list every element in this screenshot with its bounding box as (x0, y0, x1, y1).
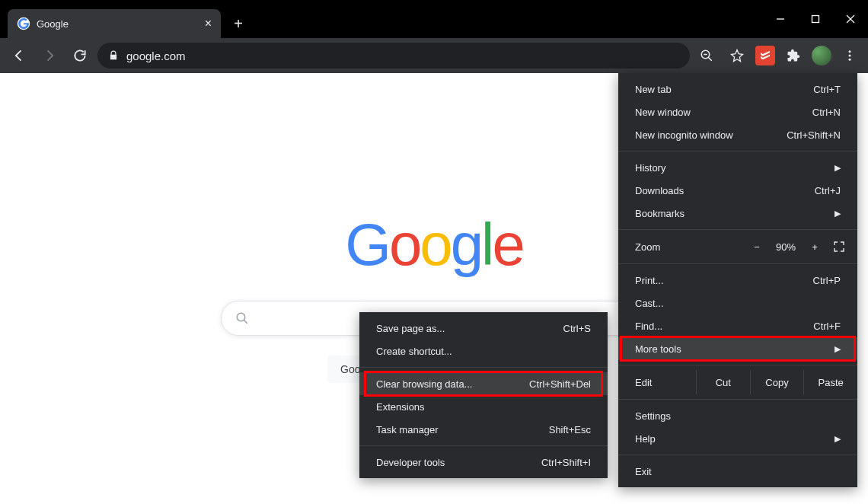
menu-find[interactable]: Find... Ctrl+F (618, 314, 857, 337)
svg-point-10 (849, 59, 851, 61)
bookmark-star-icon[interactable] (725, 43, 749, 68)
menu-cast[interactable]: Cast... (618, 292, 857, 314)
edit-copy-button[interactable]: Copy (750, 370, 804, 394)
tab-title: Google (37, 18, 69, 30)
menu-separator (618, 399, 857, 400)
menu-create-shortcut[interactable]: Create shortcut... (359, 340, 608, 362)
search-icon (235, 311, 249, 325)
svg-rect-2 (812, 16, 819, 23)
chrome-main-menu: New tab Ctrl+T New window Ctrl+N New inc… (618, 73, 857, 487)
forward-button[interactable] (37, 43, 62, 69)
menu-more-tools[interactable]: More tools ▶ (618, 337, 857, 360)
more-tools-submenu: Save page as... Ctrl+S Create shortcut..… (359, 312, 608, 478)
maximize-button[interactable] (798, 0, 833, 38)
title-bar: Google × + (0, 0, 868, 38)
zoom-in-button[interactable]: + (803, 241, 827, 253)
menu-developer-tools[interactable]: Developer tools Ctrl+Shift+I (359, 451, 608, 474)
menu-separator (618, 263, 857, 264)
back-button[interactable] (6, 43, 32, 69)
extensions-puzzle-icon[interactable] (781, 43, 806, 68)
menu-zoom-row: Zoom − 90% + (618, 234, 857, 259)
menu-bookmarks[interactable]: Bookmarks ▶ (618, 202, 857, 225)
address-bar[interactable]: google.com (97, 43, 690, 69)
chevron-right-icon: ▶ (834, 163, 841, 173)
close-window-button[interactable] (833, 0, 868, 38)
svg-point-8 (849, 50, 851, 53)
new-tab-button[interactable]: + (227, 12, 250, 35)
svg-line-6 (708, 57, 712, 61)
google-logo: G o o g l e (345, 210, 523, 279)
menu-exit[interactable]: Exit (618, 460, 857, 483)
tab-close-icon[interactable]: × (205, 17, 212, 30)
todoist-extension-icon[interactable] (755, 46, 775, 65)
menu-downloads[interactable]: Downloads Ctrl+J (618, 179, 857, 202)
menu-settings[interactable]: Settings (618, 404, 857, 427)
menu-save-page-as[interactable]: Save page as... Ctrl+S (359, 317, 608, 340)
zoom-indicator-icon[interactable] (694, 43, 719, 68)
menu-clear-browsing-data[interactable]: Clear browsing data... Ctrl+Shift+Del (359, 372, 608, 395)
zoom-out-button[interactable]: − (745, 241, 769, 253)
menu-separator (618, 455, 857, 455)
svg-point-11 (237, 313, 245, 321)
google-favicon (17, 17, 30, 30)
menu-print[interactable]: Print... Ctrl+P (618, 269, 857, 292)
menu-history[interactable]: History ▶ (618, 156, 857, 179)
minimize-button[interactable] (763, 0, 798, 38)
chevron-right-icon: ▶ (834, 344, 841, 354)
menu-help[interactable]: Help ▶ (618, 427, 857, 450)
menu-extensions[interactable]: Extensions (359, 395, 608, 418)
profile-avatar[interactable] (812, 46, 831, 65)
menu-new-incognito[interactable]: New incognito window Ctrl+Shift+N (618, 123, 857, 146)
zoom-value: 90% (769, 241, 803, 253)
menu-separator (618, 151, 857, 152)
menu-separator (618, 365, 857, 365)
edit-cut-button[interactable]: Cut (696, 370, 750, 394)
url-text: google.com (126, 49, 186, 62)
fullscreen-icon[interactable] (833, 241, 845, 253)
svg-line-12 (244, 320, 247, 324)
menu-separator (359, 445, 608, 446)
chevron-right-icon: ▶ (834, 209, 841, 219)
menu-separator (359, 367, 608, 368)
menu-separator (618, 229, 857, 230)
browser-tab[interactable]: Google × (8, 9, 221, 38)
menu-new-tab[interactable]: New tab Ctrl+T (618, 78, 857, 100)
menu-edit-row: Edit Cut Copy Paste (618, 370, 857, 394)
reload-button[interactable] (67, 43, 93, 69)
menu-dots-icon[interactable] (838, 43, 862, 68)
chevron-right-icon: ▶ (834, 434, 841, 444)
browser-toolbar: google.com (0, 38, 868, 73)
lock-icon (108, 50, 119, 61)
menu-task-manager[interactable]: Task manager Shift+Esc (359, 418, 608, 441)
menu-new-window[interactable]: New window Ctrl+N (618, 100, 857, 123)
edit-paste-button[interactable]: Paste (803, 370, 857, 394)
window-controls (763, 0, 868, 38)
svg-point-9 (849, 55, 851, 57)
